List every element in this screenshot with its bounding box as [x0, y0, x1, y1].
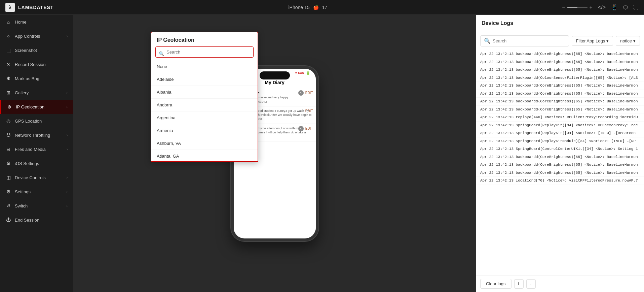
geo-search-input[interactable] — [155, 46, 254, 58]
sidebar-item-left-app-controls: ○ App Controls — [5, 33, 40, 39]
info-icon[interactable]: ℹ — [514, 279, 524, 289]
geo-list-item[interactable]: Atlanta, GA — [151, 150, 258, 161]
log-line: Apr 22 13:42:13 backboardd(CoreBrightnes… — [476, 161, 644, 169]
plus-icon[interactable]: + — [590, 4, 593, 10]
filter-label: Filter App Logs — [576, 38, 605, 43]
log-line: Apr 22 13:42:13 SpringBoard(ReplayKit)[3… — [476, 129, 644, 137]
delete-icon-3[interactable]: ✕ — [298, 126, 304, 131]
geo-popup-title: IP Geolocation — [151, 32, 258, 46]
sidebar-item-left-screenshot: ⬚ Screenshot — [5, 47, 37, 53]
log-line: Apr 22 13:42:13 backboardd(CoreBrightnes… — [476, 82, 644, 90]
logs-search-box[interactable]: 🔍 — [480, 35, 569, 46]
log-line: Apr 22 13:42:13 SpringBoard(ReplayKit)[3… — [476, 122, 644, 130]
sidebar-item-gps-location[interactable]: ◎ GPS Location — [0, 114, 73, 128]
log-line: Apr 22 13:42:13 backboardd(CoreBrightnes… — [476, 153, 644, 161]
sidebar-item-left-settings: ⚙ Settings — [5, 189, 31, 195]
sidebar-item-home[interactable]: ⌂ Home — [0, 15, 73, 29]
geo-list-item[interactable]: None — [151, 60, 258, 73]
sidebar-item-switch[interactable]: ↺ Switch › — [0, 199, 73, 213]
geo-search-icon: 🔍 — [159, 51, 164, 56]
log-line: Apr 22 13:42:13 backboardd(CoreBrightnes… — [476, 50, 644, 58]
sidebar-item-record-session[interactable]: ✕ Record Session — [0, 57, 73, 71]
sidebar-item-gallery[interactable]: ⊞ Gallery › — [0, 86, 73, 100]
geo-list-item[interactable]: Albania — [151, 86, 258, 99]
log-line: Apr 22 13:42:13 backboardd(ColourSensorF… — [476, 74, 644, 82]
logs-panel: Device Logs 🔍 Filter App Logs ▾ notice ▾… — [476, 15, 644, 292]
sidebar-item-app-controls[interactable]: ○ App Controls › — [0, 29, 73, 43]
sidebar-item-left-network-throttling: ☋ Network Throttling — [5, 132, 50, 138]
chevron-icon-settings: › — [67, 190, 68, 194]
edit-btn-2[interactable]: EDIT — [305, 109, 313, 113]
log-line: Apr 22 13:42:13 SpringBoard(ReplayKitMod… — [476, 137, 644, 145]
ios-icon: 🍎 — [313, 5, 319, 10]
filter-app-logs-button[interactable]: Filter App Logs ▾ — [572, 36, 613, 46]
sidebar-item-network-throttling[interactable]: ☋ Network Throttling › — [0, 128, 73, 142]
device-icon[interactable]: ⬡ — [623, 4, 628, 10]
volume-slider[interactable] — [567, 7, 588, 8]
sidebar-icon-gps-location: ◎ — [5, 118, 11, 124]
logs-search-icon: 🔍 — [484, 38, 491, 44]
sidebar-item-screenshot[interactable]: ⬚ Screenshot — [0, 43, 73, 57]
sidebar-label-switch: Switch — [15, 203, 28, 208]
sidebar-icon-gallery: ⊞ — [5, 90, 11, 96]
sidebar-label-network-throttling: Network Throttling — [15, 133, 50, 138]
code-icon[interactable]: </> — [598, 4, 606, 10]
dynamic-island — [260, 71, 290, 79]
edit-btn-3[interactable]: EDIT — [305, 127, 313, 130]
sidebar-item-settings[interactable]: ⚙ Settings › — [0, 185, 73, 199]
chevron-icon-device-controls: › — [67, 176, 68, 180]
geo-list-item[interactable]: Andorra — [151, 99, 258, 111]
filter-chevron-icon: ▾ — [606, 38, 609, 43]
sidebar-item-files-and-media[interactable]: ⊟ Files and Media › — [0, 142, 73, 156]
geo-list-item[interactable]: Argentina — [151, 111, 258, 124]
sidebar: ⌂ Home ○ App Controls › ⬚ Screenshot ✕ R… — [0, 15, 73, 292]
sidebar-icon-app-controls: ○ — [5, 33, 11, 39]
minus-icon[interactable]: − — [562, 4, 565, 10]
sidebar-item-left-record-session: ✕ Record Session — [5, 61, 46, 67]
phone-icon[interactable]: 📱 — [611, 4, 618, 10]
sidebar-icon-mark-as-bug: ✱ — [5, 75, 11, 82]
chevron-icon-files-and-media: › — [67, 148, 68, 151]
geo-list-item[interactable]: Armenia — [151, 124, 258, 137]
logs-search-input[interactable] — [493, 38, 565, 43]
sidebar-icon-ip-geolocation: ⊗ — [6, 104, 12, 110]
sidebar-icon-switch: ↺ — [5, 203, 11, 209]
geo-list-item[interactable]: Adelaide — [151, 73, 258, 86]
delete-icon-1[interactable]: ✕ — [298, 90, 304, 96]
sidebar-item-left-switch: ↺ Switch — [5, 203, 28, 209]
log-line: Apr 22 13:42:13 locationd[70] <Notice>: … — [476, 177, 644, 185]
sidebar-icon-end-session: ⏻ — [5, 217, 11, 223]
log-line: Apr 22 13:42:13 SpringBoard(ControlCente… — [476, 145, 644, 153]
log-line: Apr 22 13:42:13 backboardd(CoreBrightnes… — [476, 58, 644, 66]
volume-control[interactable]: − + — [562, 4, 593, 10]
sidebar-label-gallery: Gallery — [15, 90, 29, 95]
sidebar-item-mark-as-bug[interactable]: ✱ Mark as Bug — [0, 71, 73, 86]
clear-logs-button[interactable]: Clear logs — [480, 279, 512, 289]
sidebar-item-left-gps-location: ◎ GPS Location — [5, 118, 42, 124]
sidebar-item-device-controls[interactable]: ◫ Device Controls › — [0, 170, 73, 185]
sidebar-item-left-ios-settings: ⚙ iOS Settings — [5, 160, 39, 166]
sidebar-icon-files-and-media: ⊟ — [5, 146, 11, 152]
notice-button[interactable]: notice ▾ — [616, 36, 640, 46]
sidebar-icon-screenshot: ⬚ — [5, 47, 11, 53]
geo-list-item[interactable]: Ashburn, VA — [151, 137, 258, 150]
chevron-icon-gallery: › — [67, 91, 68, 95]
logs-toolbar: 🔍 Filter App Logs ▾ notice ▾ — [476, 32, 644, 50]
sidebar-item-end-session[interactable]: ⏻ End Session — [0, 213, 73, 227]
fullscreen-icon[interactable]: ⛶ — [633, 4, 639, 10]
sidebar-label-ios-settings: iOS Settings — [15, 161, 39, 166]
sidebar-item-left-home: ⌂ Home — [5, 19, 27, 25]
log-line: Apr 22 13:42:13 replayd[440] <Notice>: R… — [476, 113, 644, 122]
edit-btn-1[interactable]: EDIT — [305, 91, 313, 95]
device-name: iPhone 15 — [288, 5, 309, 10]
sidebar-icon-home: ⌂ — [5, 19, 11, 25]
sidebar-label-settings: Settings — [15, 189, 31, 194]
download-icon[interactable]: ↓ — [526, 279, 536, 289]
sidebar-item-ip-geolocation[interactable]: ⊗ IP Geolocation › — [0, 100, 73, 114]
sidebar-item-left-device-controls: ◫ Device Controls — [5, 174, 46, 181]
main-layout: ⌂ Home ○ App Controls › ⬚ Screenshot ✕ R… — [0, 15, 644, 292]
sidebar-item-ios-settings[interactable]: ⚙ iOS Settings — [0, 156, 73, 170]
sidebar-label-files-and-media: Files and Media — [15, 147, 46, 152]
chevron-icon-switch: › — [67, 204, 68, 208]
notice-label: notice — [620, 38, 632, 43]
